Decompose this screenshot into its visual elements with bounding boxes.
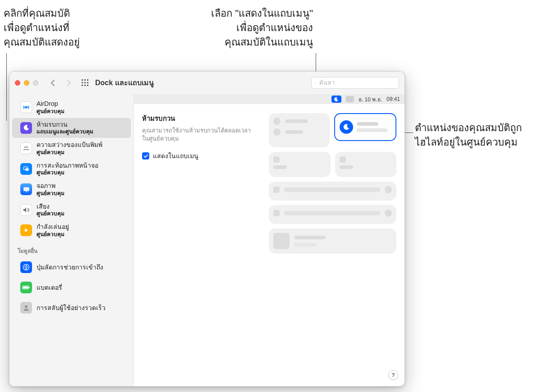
- cc-module-placeholder: [269, 113, 330, 147]
- screen-mirroring-icon: [20, 163, 32, 175]
- cc-module-placeholder: [335, 152, 397, 177]
- show-in-menu-bar-checkbox[interactable]: แสดงในแถบเมนู: [142, 151, 261, 161]
- svg-rect-19: [25, 191, 27, 192]
- battery-icon: [20, 282, 32, 293]
- window-traffic-lights: [15, 80, 38, 86]
- svg-rect-0: [82, 79, 83, 81]
- svg-rect-7: [84, 85, 86, 86]
- window-title: Dock และแถบเมนู: [95, 77, 154, 88]
- sidebar: AirDrop ศูนย์ควบคุม ห้ามรบกวน แถบเมนูและ…: [9, 94, 133, 386]
- sidebar-item-now-playing[interactable]: กำลังเล่นอยู่ ศูนย์ควบคุม: [12, 220, 131, 241]
- play-icon: [20, 224, 32, 236]
- svg-rect-17: [25, 168, 28, 171]
- annotation-left: คลิกที่คุณสมบัติ เพื่อดูตำแหน่งที่ คุณสม…: [4, 6, 80, 50]
- annotation-top: เลือก "แสดงในแถบเมนู" เพื่อดูตำแหน่งของ …: [178, 6, 313, 50]
- sidebar-item-label: การสะท้อนภาพหน้าจอ: [37, 162, 98, 170]
- svg-point-25: [25, 305, 28, 308]
- sidebar-item-label: ห้ามรบกวน: [37, 121, 93, 129]
- sidebar-item-sublabel: ศูนย์ควบคุม: [37, 231, 69, 238]
- moon-icon: [340, 120, 353, 134]
- sidebar-item-sublabel: ศูนย์ควบคุม: [37, 149, 102, 156]
- keyboard-brightness-icon: [20, 142, 32, 154]
- svg-rect-1: [84, 79, 86, 81]
- sidebar-item-sublabel: ศูนย์ควบคุม: [37, 169, 98, 176]
- sidebar-item-label: แบตเตอรี่: [37, 283, 62, 292]
- svg-rect-24: [23, 286, 28, 288]
- display-icon: [20, 183, 32, 195]
- settings-description: คุณสามารถใช้งานห้ามรบกวนได้ตลอดเวลาในศูน…: [142, 127, 255, 143]
- svg-line-14: [24, 147, 25, 148]
- sidebar-item-sublabel: แถบเมนูและศูนย์ควบคุม: [37, 128, 93, 135]
- forward-button[interactable]: [63, 77, 75, 89]
- sidebar-item-sound[interactable]: เสียง ศูนย์ควบคุม: [12, 200, 131, 220]
- zoom-button[interactable]: [33, 80, 38, 86]
- minimize-button[interactable]: [24, 80, 29, 86]
- menu-bar-preview: อ. 10 พ.ย. 09:41: [134, 94, 405, 104]
- sidebar-item-label: AirDrop: [37, 100, 64, 108]
- sidebar-item-display[interactable]: จอภาพ ศูนย์ควบคุม: [12, 179, 131, 200]
- sidebar-item-airdrop[interactable]: AirDrop ศูนย์ควบคุม: [12, 97, 131, 118]
- accessibility-icon: [20, 261, 32, 273]
- svg-line-15: [27, 147, 28, 148]
- svg-rect-3: [82, 82, 83, 83]
- menu-bar-date: อ. 10 พ.ย.: [359, 95, 382, 104]
- svg-rect-4: [84, 82, 86, 83]
- sidebar-item-label: การสลับผู้ใช้อย่างรวดเร็ว: [37, 303, 106, 313]
- search-icon: [315, 80, 317, 86]
- sidebar-item-sublabel: ศูนย์ควบคุม: [37, 108, 64, 115]
- user-icon: [20, 302, 32, 314]
- sidebar-item-keyboard-brightness[interactable]: ความสว่างของแป้นพิมพ์ ศูนย์ควบคุม: [12, 138, 131, 159]
- sidebar-item-screen-mirroring[interactable]: การสะท้อนภาพหน้าจอ ศูนย์ควบคุม: [12, 159, 131, 179]
- svg-rect-5: [87, 82, 88, 83]
- svg-rect-23: [29, 287, 30, 288]
- control-center-preview: [269, 113, 396, 254]
- sidebar-item-fast-user-switching[interactable]: การสลับผู้ใช้อย่างรวดเร็ว: [12, 298, 131, 318]
- content-pane: อ. 10 พ.ย. 09:41 ห้ามรบกวน คุณสามารถใช้ง…: [133, 94, 405, 386]
- svg-rect-8: [87, 85, 88, 86]
- sidebar-item-dnd[interactable]: ห้ามรบกวน แถบเมนูและศูนย์ควบคุม: [12, 118, 131, 138]
- sidebar-item-label: กำลังเล่นอยู่: [37, 223, 69, 231]
- svg-rect-2: [87, 79, 88, 81]
- sidebar-section-label: โมดูลอื่น: [9, 241, 133, 257]
- checkbox-icon: [142, 152, 149, 160]
- sidebar-item-label: จอภาพ: [37, 182, 64, 190]
- checkbox-label: แสดงในแถบเมนู: [153, 151, 198, 161]
- moon-icon: [20, 122, 32, 134]
- sidebar-item-label: เสียง: [37, 203, 64, 211]
- window-toolbar: Dock และแถบเมนู: [9, 72, 405, 94]
- menu-bar-time: 09:41: [386, 96, 400, 102]
- svg-rect-18: [23, 187, 29, 191]
- cc-module-placeholder: [269, 152, 331, 177]
- svg-point-21: [26, 265, 27, 266]
- cc-module-dnd-highlighted: [334, 113, 397, 141]
- help-button[interactable]: ?: [388, 370, 398, 380]
- cc-module-placeholder: [269, 182, 396, 201]
- sidebar-item-label: ปุ่มลัดการช่วยการเข้าถึง: [37, 262, 103, 272]
- annotation-left-line: [6, 53, 7, 121]
- close-button[interactable]: [15, 80, 20, 86]
- sound-icon: [20, 204, 32, 216]
- settings-title: ห้ามรบกวน: [142, 113, 261, 124]
- show-all-button[interactable]: [79, 77, 92, 89]
- annotation-right: ตำแหน่งของคุณสมบัติถูก ไฮไลท์อยู่ในศูนย์…: [415, 121, 522, 150]
- sidebar-item-label: ความสว่างของแป้นพิมพ์: [37, 141, 102, 149]
- sidebar-item-battery[interactable]: แบตเตอรี่: [12, 278, 131, 297]
- svg-line-10: [316, 83, 317, 83]
- back-button[interactable]: [46, 77, 59, 89]
- preferences-window: Dock และแถบเมนู AirDrop ศูนย์ควบคุม: [9, 71, 405, 387]
- svg-point-11: [25, 106, 27, 108]
- cc-module-placeholder: [269, 205, 396, 224]
- menu-bar-dnd-icon: [331, 96, 341, 103]
- sidebar-item-sublabel: ศูนย์ควบคุม: [37, 210, 64, 217]
- search-field[interactable]: [311, 77, 399, 89]
- search-input[interactable]: [319, 79, 395, 86]
- cc-module-placeholder: [269, 228, 396, 254]
- menu-bar-control-center-icon: [346, 96, 354, 102]
- svg-rect-6: [82, 85, 83, 86]
- airdrop-icon: [20, 101, 32, 113]
- sidebar-item-sublabel: ศูนย์ควบคุม: [37, 190, 64, 197]
- sidebar-item-accessibility[interactable]: ปุ่มลัดการช่วยการเข้าถึง: [12, 257, 131, 277]
